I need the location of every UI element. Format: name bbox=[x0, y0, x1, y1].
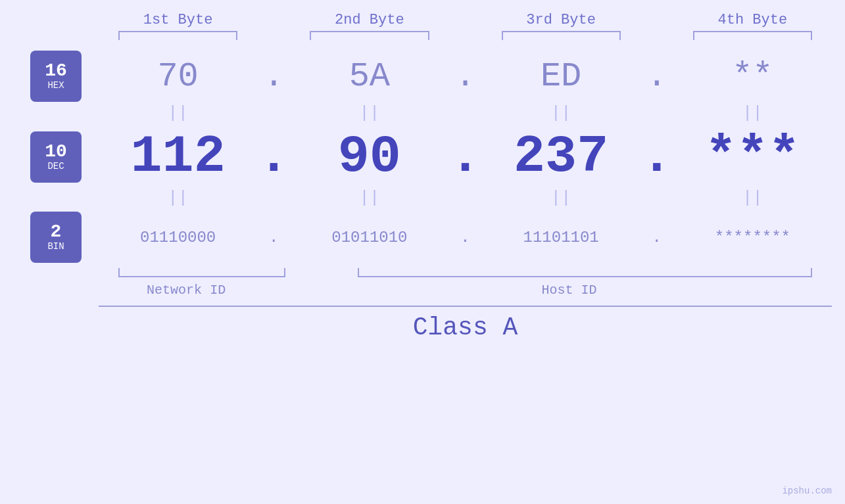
hex-dot1: . bbox=[257, 57, 290, 96]
byte2-header: 2nd Byte bbox=[290, 12, 448, 28]
bracket-byte3-top bbox=[502, 31, 621, 40]
byte1-header: 1st Byte bbox=[99, 12, 257, 28]
badge-dec-label: DEC bbox=[47, 161, 64, 172]
badge-dec-wrapper: 10 DEC bbox=[13, 131, 99, 183]
eq1-b2: || bbox=[290, 103, 448, 123]
badge-hex-label: HEX bbox=[47, 80, 64, 91]
bracket-host-mid3 bbox=[649, 268, 682, 277]
bin-byte1: 01110000 bbox=[99, 229, 257, 246]
dec-byte3: 237 bbox=[482, 127, 640, 187]
bracket-network-bottom bbox=[118, 268, 285, 277]
dec-row: 10 DEC 112 . 90 . 237 . *** bbox=[13, 127, 832, 187]
hex-byte1: 70 bbox=[99, 57, 257, 96]
bracket-host-mid1 bbox=[488, 268, 521, 277]
bracket-byte1-top bbox=[118, 31, 237, 40]
bracket-host-left bbox=[358, 268, 488, 277]
eq1-b3: || bbox=[482, 103, 640, 123]
watermark: ipshu.com bbox=[782, 486, 832, 496]
badge-dec: 10 DEC bbox=[30, 131, 82, 183]
byte3-header: 3rd Byte bbox=[482, 12, 640, 28]
eq2-b2: || bbox=[290, 188, 448, 208]
hex-byte2: 5A bbox=[290, 57, 448, 96]
equals-row-2: || || || || bbox=[13, 188, 832, 208]
bracket-host-bottom-wrapper bbox=[338, 268, 832, 280]
hex-byte4: ** bbox=[673, 57, 832, 96]
class-divider-line bbox=[99, 306, 832, 307]
badge-hex-wrapper: 16 HEX bbox=[13, 51, 99, 102]
class-label-wrapper: Class A bbox=[13, 313, 832, 342]
bin-byte4: ******** bbox=[673, 229, 832, 246]
bracket-host-right bbox=[682, 268, 812, 277]
dec-byte1: 112 bbox=[99, 127, 257, 187]
bracket-byte4-top bbox=[693, 31, 812, 40]
badge-hex-number: 16 bbox=[45, 62, 67, 80]
dec-byte2: 90 bbox=[290, 127, 448, 187]
eq2-b3: || bbox=[482, 188, 640, 208]
top-brackets bbox=[13, 31, 832, 43]
class-label: Class A bbox=[99, 313, 832, 342]
hex-dot3: . bbox=[640, 57, 673, 96]
badge-bin-number: 2 bbox=[51, 223, 62, 241]
bottom-brackets bbox=[13, 268, 832, 280]
bin-byte3: 11101101 bbox=[482, 229, 640, 246]
bin-dot2: . bbox=[449, 229, 482, 246]
dec-byte4: *** bbox=[673, 127, 832, 187]
eq1-b4: || bbox=[673, 103, 832, 123]
bracket-byte2-top bbox=[310, 31, 429, 40]
hex-dot2: . bbox=[449, 57, 482, 96]
equals-row-1: || || || || bbox=[13, 103, 832, 123]
network-id-label: Network ID bbox=[99, 283, 274, 298]
page-container: 1st Byte 2nd Byte 3rd Byte 4th Byte 16 H… bbox=[0, 0, 845, 504]
bin-row: 2 BIN 01110000 . 01011010 . 11101101 . *… bbox=[13, 212, 832, 263]
dec-dot1: . bbox=[257, 127, 290, 187]
eq2-b4: || bbox=[673, 188, 832, 208]
dec-dot2: . bbox=[449, 127, 482, 187]
id-labels-row: Network ID Host ID bbox=[13, 283, 832, 298]
badge-bin-label: BIN bbox=[47, 241, 64, 252]
badge-bin-wrapper: 2 BIN bbox=[13, 212, 99, 263]
eq1-b1: || bbox=[99, 103, 257, 123]
byte-headers: 1st Byte 2nd Byte 3rd Byte 4th Byte bbox=[13, 12, 832, 28]
bin-dot3: . bbox=[640, 229, 673, 246]
hex-row: 16 HEX 70 . 5A . ED . ** bbox=[13, 51, 832, 102]
byte4-header: 4th Byte bbox=[673, 12, 832, 28]
bin-byte2: 01011010 bbox=[290, 229, 448, 246]
class-line-wrapper bbox=[13, 306, 832, 307]
host-id-label: Host ID bbox=[306, 283, 832, 298]
eq2-b1: || bbox=[99, 188, 257, 208]
bin-dot1: . bbox=[257, 229, 290, 246]
bracket-host-mid2 bbox=[521, 268, 650, 277]
badge-dec-number: 10 bbox=[45, 143, 67, 161]
hex-byte3: ED bbox=[482, 57, 640, 96]
dec-dot3: . bbox=[640, 127, 673, 187]
badge-bin: 2 BIN bbox=[30, 212, 82, 263]
badge-hex: 16 HEX bbox=[30, 51, 82, 102]
